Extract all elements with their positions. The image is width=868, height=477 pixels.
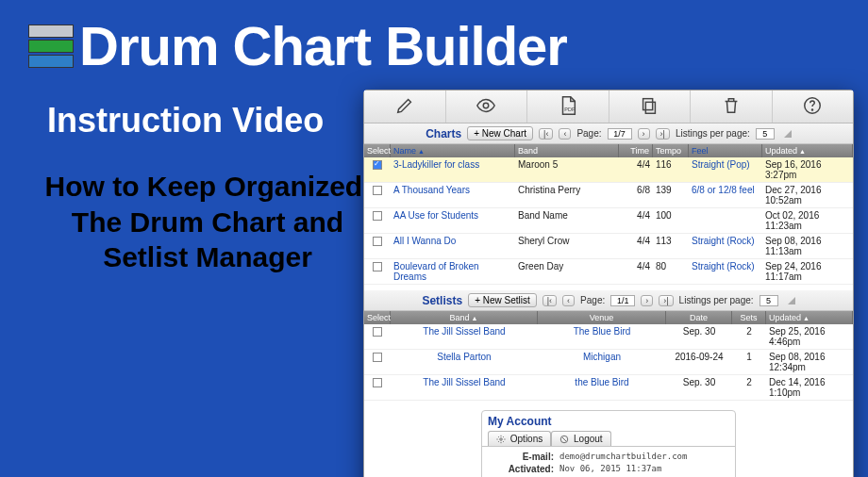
charts-lpp-input[interactable] — [756, 128, 775, 140]
th-band[interactable]: Band▲ — [391, 311, 538, 324]
dog-ear-icon — [788, 297, 795, 304]
sort-icon: ▲ — [803, 315, 810, 321]
table-row[interactable]: Boulevard of Broken DreamsGreen Day4/480… — [364, 259, 853, 285]
table-row[interactable]: Stella PartonMichigan2016-09-241Sep 08, … — [364, 350, 853, 375]
pdf-button[interactable]: PDF — [527, 90, 609, 123]
row-checkbox[interactable] — [373, 186, 382, 195]
setlists-lpp-input[interactable] — [760, 295, 778, 306]
charts-prev-page[interactable]: ‹ — [559, 128, 571, 140]
charts-next-page[interactable]: › — [638, 128, 650, 140]
th-date[interactable]: Date — [666, 311, 732, 324]
th-sets[interactable]: Sets — [732, 311, 766, 324]
setlist-date: Sep. 30 — [666, 324, 732, 349]
setlists-first-page[interactable]: |‹ — [542, 295, 557, 306]
setlist-date: 2016-09-24 — [666, 350, 732, 374]
sort-icon: ▲ — [472, 315, 478, 321]
chart-feel[interactable]: Straight (Rock) — [689, 259, 762, 284]
row-checkbox[interactable] — [373, 327, 382, 337]
setlists-page-input[interactable] — [610, 295, 635, 306]
table-row[interactable]: The Jill Sissel BandThe Blue BirdSep. 30… — [364, 324, 853, 350]
setlist-venue[interactable]: the Blue Bird — [538, 375, 666, 400]
chart-tempo: 113 — [653, 234, 689, 258]
trash-icon — [721, 95, 742, 116]
th-venue[interactable]: Venue — [538, 311, 666, 324]
help-icon — [802, 95, 823, 116]
row-checkbox[interactable] — [373, 211, 382, 221]
setlist-band[interactable]: Stella Parton — [391, 350, 538, 374]
account-panel: My Account Options Logout E-mail:demo@dr… — [481, 410, 736, 477]
activated-value: Nov 06, 2015 11:37am — [559, 464, 661, 474]
charts-header: Charts + New Chart |‹ ‹ Page: › ›| Listi… — [364, 123, 853, 144]
th-time[interactable]: Time — [619, 144, 653, 157]
email-value: demo@drumchartbuilder.com — [559, 452, 687, 462]
table-row[interactable]: The Jill Sissel Bandthe Blue BirdSep. 30… — [364, 375, 853, 401]
chart-name[interactable]: 3-Ladykiller for class — [391, 157, 515, 182]
help-button[interactable] — [773, 90, 854, 123]
charts-last-page[interactable]: ›| — [656, 128, 670, 140]
setlist-band[interactable]: The Jill Sissel Band — [391, 324, 538, 349]
svg-point-0 — [484, 103, 490, 108]
th-updated[interactable]: Updated▲ — [766, 311, 853, 324]
logout-icon — [559, 435, 569, 444]
table-row[interactable]: A Thousand YearsChristina Perry6/81396/8… — [364, 183, 853, 208]
setlists-next-page[interactable]: › — [641, 295, 653, 306]
chart-time: 4/4 — [619, 208, 653, 233]
chart-name[interactable]: A Thousand Years — [391, 183, 515, 207]
chart-name[interactable]: AA Use for Students — [391, 208, 515, 233]
chart-band: Band Name — [515, 208, 619, 233]
chart-band: Christina Perry — [515, 183, 619, 207]
th-band[interactable]: Band — [515, 144, 619, 157]
th-name[interactable]: Name▲ — [391, 144, 515, 157]
description: How to Keep Organized. The Drum Chart an… — [28, 169, 387, 275]
account-title: My Account — [488, 415, 729, 428]
chart-feel[interactable]: Straight (Pop) — [689, 157, 762, 182]
th-feel[interactable]: Feel — [689, 144, 762, 157]
table-row[interactable]: AA Use for StudentsBand Name4/4100Oct 02… — [364, 208, 853, 234]
setlist-sets: 1 — [732, 350, 766, 374]
logout-tab[interactable]: Logout — [551, 431, 610, 446]
svg-point-5 — [812, 109, 813, 110]
th-select[interactable]: Select — [364, 144, 391, 157]
options-tab[interactable]: Options — [488, 431, 551, 446]
setlist-band[interactable]: The Jill Sissel Band — [391, 375, 538, 400]
copy-button[interactable] — [609, 90, 692, 123]
toolbar: PDF — [364, 90, 853, 123]
svg-rect-2 — [646, 102, 656, 113]
th-select[interactable]: Select — [364, 311, 391, 324]
setlists-prev-page[interactable]: ‹ — [562, 295, 575, 306]
page-label: Page: — [580, 295, 605, 305]
row-checkbox[interactable] — [373, 160, 382, 170]
chart-name[interactable]: All I Wanna Do — [391, 234, 515, 258]
chart-tempo: 80 — [653, 259, 689, 284]
chart-feel[interactable]: 6/8 or 12/8 feel — [689, 183, 762, 207]
row-checkbox[interactable] — [373, 353, 382, 362]
row-checkbox[interactable] — [373, 262, 382, 271]
view-button[interactable] — [446, 90, 528, 123]
charts-first-page[interactable]: |‹ — [539, 128, 553, 140]
row-checkbox[interactable] — [373, 237, 382, 246]
svg-rect-3 — [643, 99, 653, 110]
row-checkbox[interactable] — [373, 378, 382, 387]
chart-tempo: 116 — [653, 157, 689, 182]
lpp-label: Listings per page: — [676, 128, 750, 139]
setlists-last-page[interactable]: ›| — [659, 295, 673, 306]
new-chart-button[interactable]: + New Chart — [467, 126, 533, 140]
chart-band: Maroon 5 — [515, 157, 619, 182]
th-tempo[interactable]: Tempo — [653, 144, 689, 157]
charts-page-input[interactable] — [608, 128, 632, 140]
table-row[interactable]: All I Wanna DoSheryl Crow4/4113Straight … — [364, 234, 853, 259]
setlist-venue[interactable]: The Blue Bird — [538, 324, 666, 349]
th-updated[interactable]: Updated▲ — [762, 144, 853, 157]
chart-time: 4/4 — [619, 157, 653, 182]
chart-time: 6/8 — [619, 183, 653, 207]
setlist-venue[interactable]: Michigan — [538, 350, 666, 374]
chart-feel[interactable] — [689, 208, 762, 233]
delete-button[interactable] — [691, 90, 773, 123]
new-setlist-button[interactable]: + New Setlist — [468, 293, 537, 307]
table-row[interactable]: 3-Ladykiller for classMaroon 54/4116Stra… — [364, 157, 853, 183]
edit-button[interactable] — [364, 90, 446, 123]
charts-thead: Select Name▲ Band Time Tempo Feel Update… — [364, 144, 853, 157]
chart-feel[interactable]: Straight (Rock) — [689, 234, 762, 258]
chart-name[interactable]: Boulevard of Broken Dreams — [391, 259, 515, 284]
app-window: PDF Charts + New Chart |‹ ‹ Page: › ›| L… — [363, 90, 854, 477]
